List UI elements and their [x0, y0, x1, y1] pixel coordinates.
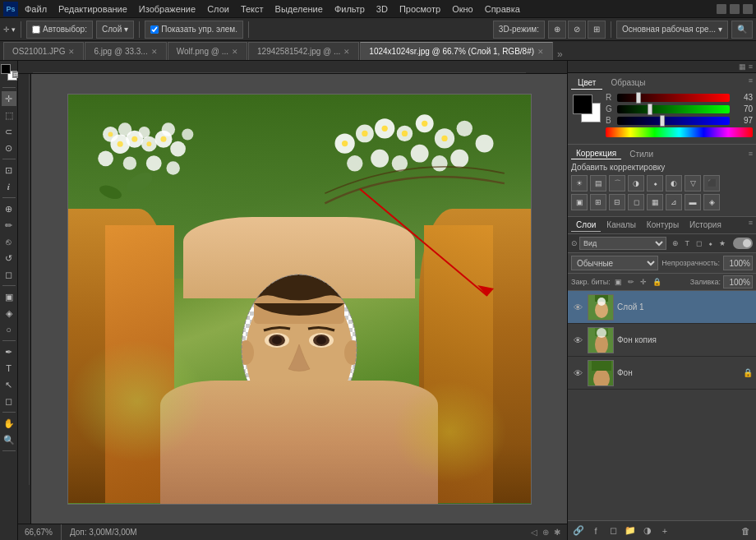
tab-3-close[interactable]: ✕ — [232, 48, 238, 56]
fill-input[interactable] — [723, 275, 753, 288]
foreground-color-swatch[interactable] — [1, 64, 11, 74]
tabs-overflow[interactable]: » — [554, 48, 566, 60]
adj-color-lookup[interactable]: ⊟ — [609, 194, 625, 210]
layer-1-visibility[interactable]: 👁 — [571, 301, 584, 314]
lock-all-btn[interactable]: 🔒 — [651, 277, 663, 287]
spectrum-bar[interactable] — [606, 127, 753, 137]
r-slider-thumb[interactable] — [636, 92, 641, 104]
menu-view[interactable]: Просмотр — [394, 2, 445, 16]
layer-item-1[interactable]: 👁 Слой 1 — [568, 291, 756, 324]
clone-tool[interactable]: ⎋ — [2, 234, 16, 249]
history-brush-tool[interactable]: ↺ — [2, 251, 16, 265]
tab-1[interactable]: OS21001.JPG ✕ — [3, 42, 84, 60]
tab-5-close[interactable]: ✕ — [537, 48, 544, 56]
layers-tab-history[interactable]: История — [685, 219, 726, 232]
menu-image[interactable]: Изображение — [134, 2, 201, 16]
3d-btn-2[interactable]: ⊘ — [568, 21, 586, 39]
path-select-tool[interactable]: ↖ — [2, 377, 16, 392]
shape-tool[interactable]: ◻ — [2, 394, 16, 408]
show-transform-btn[interactable]: Показать упр. элем. — [145, 21, 243, 39]
type-tool[interactable]: T — [2, 361, 16, 376]
adj-gradient-map[interactable]: ▬ — [685, 194, 701, 210]
new-adjustment-btn[interactable]: ◑ — [640, 524, 655, 538]
adj-selective-color[interactable]: ◈ — [703, 194, 720, 210]
add-mask-btn[interactable]: ◻ — [606, 524, 620, 538]
adj-posterize[interactable]: ▦ — [647, 194, 663, 210]
layer-blend-mode-select[interactable]: Обычные — [571, 256, 658, 270]
new-group-btn[interactable]: 📁 — [623, 524, 638, 538]
panel-icon-1[interactable]: ▦ — [739, 62, 746, 71]
adj-channel-mixer[interactable]: ⊞ — [590, 194, 606, 210]
adj-levels[interactable]: ▤ — [590, 175, 606, 192]
filter-btn-5[interactable]: ★ — [717, 238, 728, 248]
menu-select[interactable]: Выделение — [270, 2, 328, 16]
3d-btn-3[interactable]: ⊞ — [588, 21, 606, 39]
layer-2-visibility[interactable]: 👁 — [571, 334, 584, 347]
auto-select-checkbox[interactable] — [32, 25, 40, 34]
filter-btn-2[interactable]: T — [683, 238, 693, 248]
new-layer-btn[interactable]: + — [657, 524, 672, 538]
adj-threshold[interactable]: ⊿ — [666, 194, 682, 210]
b-slider-track[interactable] — [617, 117, 730, 125]
tab-2[interactable]: 6.jpg @ 33.3... ✕ — [85, 42, 166, 60]
menu-text[interactable]: Текст — [236, 2, 269, 16]
eyedropper-tool[interactable]: 𝒊 — [2, 179, 16, 194]
healing-tool[interactable]: ⊕ — [2, 201, 16, 216]
panel-collapse-btn[interactable]: ≡ — [749, 62, 753, 71]
menu-layers[interactable]: Слои — [202, 2, 234, 16]
layer-filter-select[interactable]: Вид — [579, 237, 666, 250]
layer-item-3[interactable]: 👁 Фон 🔒 — [568, 357, 756, 390]
layer-item-2[interactable]: 👁 Фон копия — [568, 324, 756, 357]
auto-select-toggle[interactable]: Автовыбор: — [26, 21, 93, 39]
layer-select[interactable]: Слой ▾ — [96, 21, 134, 39]
opacity-input[interactable] — [723, 256, 753, 270]
window-maximize[interactable] — [730, 4, 740, 14]
crop-tool[interactable]: ⊡ — [2, 163, 16, 178]
brush-tool[interactable]: ✏ — [2, 218, 16, 233]
tab-correction[interactable]: Коррекция — [571, 148, 621, 159]
blur-tool[interactable]: ◈ — [2, 306, 16, 321]
adj-panel-menu[interactable]: ≡ — [749, 150, 753, 158]
workspace-btn[interactable]: Основная рабочая сре... ▾ — [616, 21, 728, 39]
menu-3d[interactable]: 3D — [371, 2, 393, 16]
layer-3-visibility[interactable]: 👁 — [571, 367, 584, 380]
menu-help[interactable]: Справка — [480, 2, 525, 16]
adj-vibrance[interactable]: ⬥ — [647, 175, 663, 192]
b-slider-thumb[interactable] — [660, 115, 665, 127]
adj-hue-sat[interactable]: ◐ — [666, 175, 682, 192]
filter-btn-4[interactable]: ⬥ — [706, 238, 715, 248]
filter-btn-3[interactable]: ◻ — [694, 238, 704, 248]
lasso-tool[interactable]: ⊂ — [2, 124, 16, 139]
gradient-tool[interactable]: ▣ — [2, 289, 16, 304]
lock-paint-btn[interactable]: ✏ — [626, 277, 636, 287]
tab-2-close[interactable]: ✕ — [151, 48, 158, 56]
lock-transparent-btn[interactable]: ▣ — [613, 277, 624, 287]
add-style-btn[interactable]: f — [588, 524, 603, 538]
tab-swatches[interactable]: Образцы — [604, 76, 652, 90]
filter-btn-1[interactable]: ⊕ — [670, 238, 681, 248]
adj-bw[interactable]: ⬛ — [703, 175, 720, 192]
adj-exposure[interactable]: ◑ — [628, 175, 644, 192]
canvas-wrapper[interactable] — [31, 74, 567, 524]
foreground-background-colors[interactable]: ⇄ — [1, 64, 17, 81]
menu-edit[interactable]: Редактирование — [53, 2, 132, 16]
tab-color[interactable]: Цвет — [571, 76, 602, 90]
adj-photo-filter[interactable]: ▣ — [571, 194, 588, 210]
pen-tool[interactable]: ✒ — [2, 344, 16, 359]
foreground-color-box[interactable] — [573, 95, 592, 114]
adj-brightness[interactable]: ☀ — [571, 175, 588, 192]
tab-style[interactable]: Стили — [625, 149, 658, 159]
hand-tool[interactable]: ✋ — [2, 416, 16, 431]
tab-5[interactable]: 1024x1024sr.jpg @ 66.7% (Слой 1, RGB/8#)… — [360, 42, 553, 60]
menu-window[interactable]: Окно — [447, 2, 478, 16]
g-slider-track[interactable] — [617, 105, 730, 113]
3d-btn-1[interactable]: ⊕ — [548, 21, 566, 39]
color-panel-menu[interactable]: ≡ — [749, 76, 753, 90]
window-minimize[interactable] — [717, 4, 726, 14]
window-close[interactable] — [743, 4, 753, 14]
eraser-tool[interactable]: ◻ — [2, 267, 16, 282]
menu-file[interactable]: Файл — [20, 2, 52, 16]
menu-filter[interactable]: Фильтр — [330, 2, 370, 16]
r-slider-track[interactable] — [617, 94, 730, 102]
layers-tab-channels[interactable]: Каналы — [602, 219, 641, 232]
